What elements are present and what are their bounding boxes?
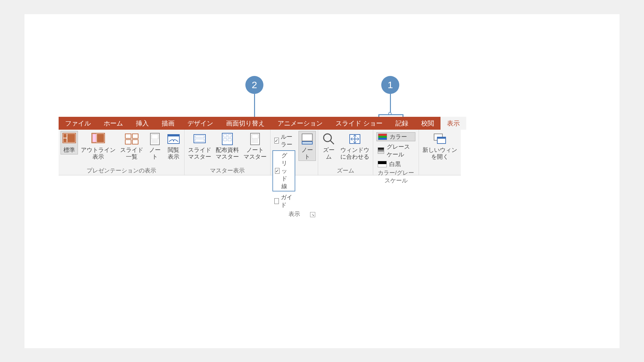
grayscale-swatch-icon (378, 147, 384, 154)
callout-2: 2 (245, 76, 263, 94)
group-color-grayscale-label: カラー/グレースケール (378, 170, 414, 184)
tab-transitions[interactable]: 画面切り替え (220, 117, 271, 130)
tab-review-label: 校閲 (421, 119, 434, 128)
tab-insert[interactable]: 挿入 (129, 117, 155, 130)
tab-slideshow-label: スライド ショー (336, 119, 383, 128)
slide-sorter-label: スライド 一覧 (120, 147, 143, 160)
notes-master-button[interactable]: ノート マスター (242, 131, 268, 161)
ruler-checkbox[interactable]: ✓ ルーラー (272, 132, 295, 149)
notes-button[interactable]: ノー ト (298, 131, 316, 161)
slide-master-icon (193, 132, 207, 146)
svg-rect-31 (302, 134, 312, 141)
color-button[interactable]: カラー (376, 132, 415, 141)
tab-animations-label: アニメーション (278, 119, 323, 128)
check-icon: ✓ (274, 138, 279, 144)
notes-page-icon (148, 132, 162, 146)
gridlines-checkbox[interactable]: ✓ グリッド線 (272, 150, 295, 191)
tab-animations[interactable]: アニメーション (271, 117, 329, 130)
group-presentation-views: 標準 アウトライン 表示 スライド 一覧 ノー ト (59, 130, 185, 175)
tab-developer[interactable]: 開発 (466, 117, 492, 130)
show-dialog-launcher[interactable]: ↘ (310, 212, 315, 217)
group-zoom-label: ズーム (337, 167, 354, 174)
ribbon-body: 標準 アウトライン 表示 スライド 一覧 ノー ト (59, 130, 461, 175)
tab-home[interactable]: ホーム (97, 117, 129, 130)
svg-rect-8 (132, 134, 138, 138)
tab-draw[interactable]: 描画 (155, 117, 181, 130)
svg-rect-17 (168, 135, 179, 136)
tab-file-label: ファイル (65, 119, 91, 128)
group-show-label: 表示 (289, 211, 300, 217)
svg-rect-5 (92, 134, 96, 142)
fit-to-window-label: ウィンドウ に合わせる (340, 147, 369, 160)
ribbon: ファイル ホーム 挿入 描画 デザイン 画面切り替え アニメーション スライド … (59, 117, 461, 175)
tab-help-label: ヘルプ (498, 119, 518, 128)
svg-rect-38 (437, 137, 446, 139)
tab-record[interactable]: 記録 (389, 117, 415, 130)
slide-master-button[interactable]: スライド マスター (186, 131, 213, 161)
slide-canvas: 2 1 ファイル ホーム 挿入 描画 デザイン 画面切り替え アニメーション ス… (24, 14, 620, 348)
svg-rect-7 (125, 134, 131, 138)
tab-design-label: デザイン (187, 119, 213, 128)
tab-home-label: ホーム (104, 119, 123, 128)
handout-master-label: 配布資料 マスター (216, 147, 239, 160)
color-label: カラー (390, 133, 407, 141)
notes-label: ノー ト (301, 147, 313, 160)
handout-master-icon (220, 132, 234, 146)
callout-1-label: 1 (388, 79, 393, 90)
grayscale-label: グレースケール (387, 143, 414, 158)
svg-rect-3 (67, 134, 75, 142)
blackwhite-button[interactable]: 白黒 (376, 160, 415, 168)
callout-2-label: 2 (252, 79, 257, 90)
guides-checkbox[interactable]: ガイド (272, 193, 295, 209)
fit-to-window-button[interactable]: ウィンドウ に合わせる (339, 131, 371, 161)
tab-draw-label: 描画 (162, 119, 175, 128)
group-presentation-views-label: プレゼンテーションの表示 (87, 167, 156, 174)
new-window-button[interactable]: 新しいウィン を開く (421, 131, 459, 161)
tab-view-label: 表示 (447, 119, 460, 128)
ribbon-tab-strip: ファイル ホーム 挿入 描画 デザイン 画面切り替え アニメーション スライド … (59, 117, 461, 130)
callout-1-line (390, 94, 391, 113)
svg-rect-32 (302, 142, 312, 144)
slide-master-label: スライド マスター (188, 147, 211, 160)
notes-page-label: ノー ト (149, 147, 161, 160)
tab-design[interactable]: デザイン (181, 117, 220, 130)
callout-1: 1 (381, 76, 399, 94)
svg-line-34 (330, 141, 334, 144)
callout-1-dot (388, 112, 392, 115)
svg-rect-6 (97, 134, 104, 142)
normal-view-button[interactable]: 標準 (61, 131, 78, 154)
tab-file[interactable]: ファイル (59, 117, 97, 130)
uncheck-icon (274, 198, 279, 204)
bw-swatch-icon (378, 161, 387, 167)
check-icon: ✓ (275, 168, 279, 174)
svg-rect-1 (63, 134, 67, 138)
tab-slideshow[interactable]: スライド ショー (329, 117, 389, 130)
handout-master-button[interactable]: 配布資料 マスター (214, 131, 241, 161)
tab-view[interactable]: 表示 (440, 117, 466, 130)
tab-developer-label: 開発 (473, 119, 486, 128)
svg-rect-21 (222, 133, 232, 145)
notes-master-label: ノート マスター (243, 147, 267, 160)
slide-sorter-icon (125, 132, 139, 146)
svg-rect-10 (132, 140, 138, 144)
group-master-views: スライド マスター 配布資料 マスター ノート マスター マスター表示 (185, 130, 270, 175)
grayscale-button[interactable]: グレースケール (376, 143, 415, 159)
ruler-label: ルーラー (281, 133, 293, 148)
tab-transitions-label: 画面切り替え (226, 119, 265, 128)
guides-label: ガイド (281, 193, 293, 209)
normal-view-label: 標準 (63, 147, 75, 153)
color-swatch-icon (378, 134, 387, 140)
svg-point-33 (324, 134, 331, 142)
notes-icon (300, 132, 314, 146)
slide-sorter-button[interactable]: スライド 一覧 (118, 131, 145, 161)
tab-review[interactable]: 校閲 (415, 117, 440, 130)
zoom-button[interactable]: ズーム (320, 131, 337, 161)
new-window-icon (433, 132, 447, 146)
reading-view-button[interactable]: 閲覧表示 (165, 131, 182, 161)
notes-page-button[interactable]: ノー ト (146, 131, 164, 161)
outline-view-button[interactable]: アウトライン 表示 (79, 131, 117, 161)
tab-insert-label: 挿入 (136, 119, 149, 128)
tab-help[interactable]: ヘルプ (492, 117, 524, 130)
new-window-label: 新しいウィン を開く (422, 147, 457, 160)
group-zoom: ズーム ウィンドウ に合わせる ズーム (318, 130, 373, 175)
